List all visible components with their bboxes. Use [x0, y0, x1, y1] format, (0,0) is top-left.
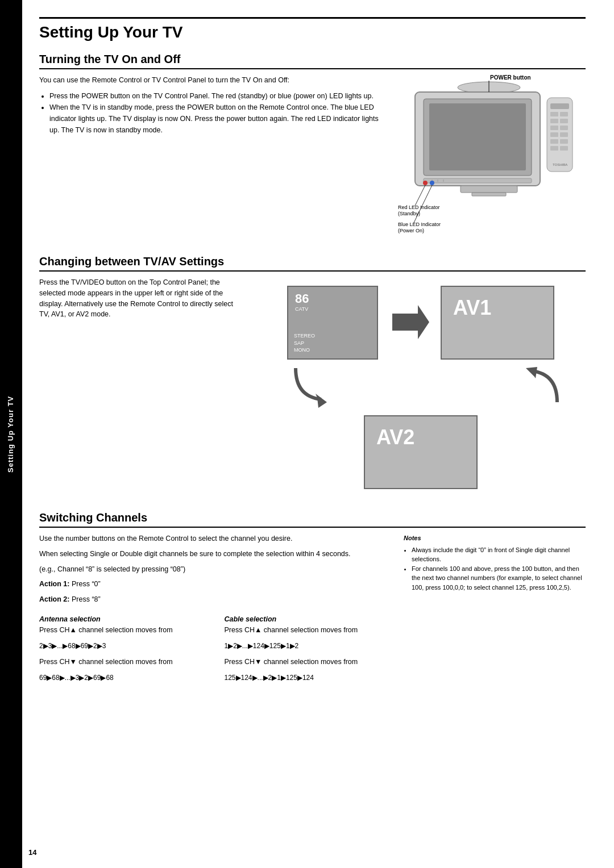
svg-text:(Standby): (Standby) [398, 211, 420, 216]
cable-down-seq: 125▶124▶...▶2▶1▶125▶124 [225, 672, 387, 685]
antenna-up-seq: 2▶3▶...▶68▶69▶2▶3 [39, 640, 202, 653]
svg-rect-3 [429, 103, 526, 170]
channels-action1: Action 1: Press “0” [39, 579, 387, 590]
svg-rect-11 [550, 103, 569, 109]
svg-text:Blue LED Indicator: Blue LED Indicator [398, 222, 441, 227]
turning-bullet-list: Press the POWER button on the TV Control… [39, 90, 381, 136]
svg-marker-35 [392, 305, 429, 339]
mono-label: MONO [294, 347, 310, 353]
channel-cols: Antenna selection Press CH▲ channel sele… [39, 610, 387, 689]
av2-box: AV2 [364, 415, 478, 489]
antenna-up: Press CH▲ channel selection moves from [39, 625, 202, 636]
bullet-2: When the TV is in standby mode, press th… [49, 102, 381, 136]
section-heading-turning: Turning the TV On and Off [39, 53, 586, 69]
svg-rect-21 [560, 139, 568, 144]
av-diagram-col: 86 CATV STEREO SAP MONO [256, 277, 586, 498]
bullet-1: Press the POWER button on the TV Control… [49, 90, 381, 102]
channels-para1: Use the number buttons on the Remote Con… [39, 533, 387, 544]
av1-label: AV1 [449, 291, 496, 324]
svg-rect-13 [560, 112, 568, 116]
svg-line-32 [414, 185, 432, 223]
top-border [39, 17, 586, 19]
svg-text:POWER button: POWER button [490, 75, 531, 81]
svg-rect-9 [472, 193, 506, 196]
svg-rect-23 [560, 146, 568, 151]
av2-label: AV2 [372, 421, 419, 454]
svg-text:(Power On): (Power On) [398, 228, 424, 233]
arrow-right-icon [387, 299, 432, 347]
channels-para2: When selecting Single or Double digit ch… [39, 549, 387, 560]
tv-illustration: TOSHIBA POWER button Red LED Indicator [398, 75, 580, 241]
sidebar-tab: Setting Up Your TV [0, 0, 20, 868]
page-number: 14 [28, 848, 36, 857]
av-settings-text: Press the TV/VIDEO button on the Top Con… [39, 277, 244, 498]
antenna-col: Antenna selection Press CH▲ channel sele… [39, 610, 202, 689]
svg-rect-14 [550, 119, 558, 123]
tv-channel-box: 86 CATV STEREO SAP MONO [287, 286, 378, 360]
svg-rect-22 [550, 146, 558, 151]
svg-rect-16 [550, 126, 558, 130]
turning-on-off-layout: You can use the Remote Control or TV Con… [39, 75, 586, 241]
channel-number: 86 [295, 291, 309, 306]
av-settings-layout: Press the TV/VIDEO button on the Top Con… [39, 277, 586, 498]
cable-up: Press CH▲ channel selection moves from [225, 625, 387, 636]
svg-rect-8 [460, 186, 517, 193]
cable-heading: Cable selection [225, 615, 387, 623]
svg-point-28 [430, 181, 434, 185]
sidebar-label: Setting Up Your TV [6, 395, 15, 472]
channels-left-col: Use the number buttons on the Remote Con… [39, 533, 387, 688]
page-title: Setting Up Your TV [39, 23, 586, 41]
notes-box: Notes Always include the digit “0” in fr… [404, 533, 586, 688]
section-av-settings: Changing between TV/AV Settings Press th… [39, 255, 586, 498]
av1-box: AV1 [441, 286, 554, 360]
arrow-down-right-icon [284, 362, 330, 410]
note-2: For channels 100 and above, press the 10… [412, 564, 586, 592]
svg-rect-18 [550, 132, 558, 137]
svg-rect-19 [560, 132, 568, 137]
svg-rect-4 [424, 178, 532, 183]
cable-up-seq: 1▶2▶...▶124▶125▶1▶2 [225, 640, 387, 653]
action1-label: Action 1: [39, 580, 69, 588]
av-diagram: 86 CATV STEREO SAP MONO [256, 286, 586, 489]
antenna-heading: Antenna selection [39, 615, 202, 623]
antenna-down: Press CH▼ channel selection moves from [39, 657, 202, 667]
section-heading-channels: Switching Channels [39, 511, 586, 528]
notes-list: Always include the digit “0” in front of… [404, 545, 586, 592]
svg-marker-37 [526, 367, 537, 378]
section-heading-av: Changing between TV/AV Settings [39, 255, 586, 272]
cable-down: Press CH▼ channel selection moves from [225, 657, 387, 667]
svg-rect-12 [550, 112, 558, 116]
tv-image-col: TOSHIBA POWER button Red LED Indicator [392, 75, 586, 241]
channels-layout: Use the number buttons on the Remote Con… [39, 533, 586, 688]
turning-on-off-text: You can use the Remote Control or TV Con… [39, 75, 381, 241]
turning-intro: You can use the Remote Control or TV Con… [39, 75, 381, 86]
action2-label: Action 2: [39, 595, 69, 603]
antenna-down-seq: 69▶68▶...▶3▶2▶69▶68 [39, 672, 202, 685]
svg-marker-36 [316, 394, 327, 408]
diag-arrows-row [256, 362, 586, 410]
svg-rect-15 [560, 119, 568, 123]
svg-text:Red LED Indicator: Red LED Indicator [398, 205, 440, 210]
action2-val: Press “8” [72, 595, 101, 603]
section-turning-on-off: Turning the TV On and Off You can use th… [39, 53, 586, 241]
svg-rect-17 [560, 126, 568, 130]
sap-label: SAP [294, 340, 304, 346]
channels-action2: Action 2: Press “8” [39, 594, 387, 605]
svg-point-27 [423, 181, 428, 185]
av-text: Press the TV/VIDEO button on the Top Con… [39, 277, 244, 320]
audio-labels: STEREO SAP MONO [294, 332, 315, 354]
notes-title: Notes [404, 533, 586, 543]
action1-val: Press “0” [72, 580, 101, 588]
catv-label: CATV [295, 306, 308, 312]
section-switching-channels: Switching Channels Use the number button… [39, 511, 586, 688]
channels-para3: (e.g., Channel “8” is selected by pressi… [39, 564, 387, 575]
diag-top-row: 86 CATV STEREO SAP MONO [287, 286, 554, 360]
arrow-up-right-icon [523, 362, 569, 410]
note-1: Always include the digit “0” in front of… [412, 545, 586, 564]
svg-text:TOSHIBA: TOSHIBA [553, 163, 567, 166]
svg-rect-20 [550, 139, 558, 144]
main-content: Setting Up Your TV Turning the TV On and… [20, 0, 614, 868]
cable-col: Cable selection Press CH▲ channel select… [225, 610, 387, 689]
diag-av2-row: AV2 [364, 410, 478, 489]
stereo-label: STEREO [294, 333, 315, 339]
